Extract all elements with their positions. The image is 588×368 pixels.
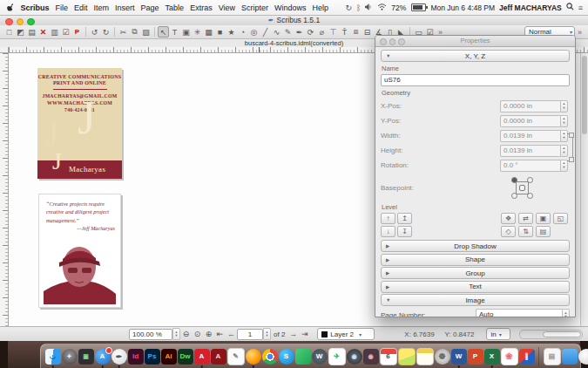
dock-firefox-icon[interactable] bbox=[246, 349, 261, 365]
rotate-item-icon[interactable]: ⟳ bbox=[305, 26, 316, 37]
horizontal-scrollbar-thumb[interactable] bbox=[543, 331, 581, 337]
insert-table-icon[interactable]: ▦ bbox=[203, 26, 214, 37]
window-controls[interactable] bbox=[5, 18, 35, 26]
rotation-field[interactable]: 0.0 ° bbox=[500, 160, 560, 172]
wifi-icon[interactable] bbox=[377, 3, 387, 12]
dock-excel-icon[interactable]: X bbox=[484, 349, 500, 365]
palette-title-bar[interactable]: Properties bbox=[375, 36, 575, 47]
section-image[interactable]: ▼ Image bbox=[381, 294, 570, 306]
zoom-100-icon[interactable]: ⊙ bbox=[192, 330, 203, 338]
menu-scribus[interactable]: Scribus bbox=[17, 3, 52, 12]
dock-skype-icon[interactable]: S bbox=[279, 349, 294, 365]
zoom-in-icon[interactable]: ⊕ bbox=[203, 330, 214, 338]
dock-app-store-icon[interactable]: A bbox=[95, 349, 111, 365]
height-field[interactable]: 0.0139 in bbox=[500, 145, 560, 157]
zoom-spinner[interactable] bbox=[172, 328, 180, 340]
insert-calligraphic-line-icon[interactable]: ✒ bbox=[294, 26, 305, 37]
menu-item[interactable]: Item bbox=[91, 3, 112, 12]
document-tab[interactable]: buscard-4-scribus.idml(converted) bbox=[245, 39, 343, 47]
raise-to-top-icon[interactable]: ↥ bbox=[397, 213, 412, 224]
dock-airmail-icon[interactable]: ✈ bbox=[328, 348, 346, 365]
dock-stickies-icon[interactable] bbox=[398, 348, 416, 365]
dock-system-preferences-icon[interactable]: ☸ bbox=[435, 349, 450, 365]
dock-finder-icon[interactable]: ◡ bbox=[45, 349, 61, 365]
undo-icon[interactable]: ↺ bbox=[89, 26, 100, 37]
close-window-button[interactable] bbox=[5, 18, 13, 26]
dock-illustrator-icon[interactable]: Ai bbox=[161, 349, 177, 365]
section-drop-shadow[interactable]: ▶ Drop Shadow bbox=[381, 240, 570, 252]
cut-icon[interactable]: ✂ bbox=[118, 26, 129, 37]
dock-scribus-icon[interactable]: ✒ bbox=[112, 349, 127, 365]
unit-select[interactable]: in bbox=[486, 328, 510, 340]
insert-render-frame-icon[interactable]: ✳ bbox=[192, 26, 203, 37]
section-group[interactable]: ▶ Group bbox=[381, 267, 570, 279]
volume-icon[interactable] bbox=[365, 3, 373, 12]
dock-green-app-icon[interactable] bbox=[295, 349, 311, 365]
dock-trash-icon[interactable] bbox=[578, 349, 588, 365]
lower-to-bottom-icon[interactable]: ↧ bbox=[397, 226, 412, 237]
ungroup-icon[interactable]: ◇ bbox=[501, 226, 516, 237]
palette-window-controls[interactable] bbox=[380, 38, 405, 45]
insert-text-frame-icon[interactable]: T bbox=[169, 26, 180, 37]
menu-file[interactable]: File bbox=[52, 3, 71, 12]
current-page-field[interactable]: 1 bbox=[237, 329, 263, 340]
menu-scripter[interactable]: Scripter bbox=[239, 3, 272, 12]
menu-windows[interactable]: Windows bbox=[272, 3, 310, 12]
menu-page[interactable]: Page bbox=[138, 3, 162, 12]
unlink-text-frames-icon[interactable]: ⊟ bbox=[362, 26, 373, 37]
name-field[interactable]: uS76 bbox=[381, 74, 570, 86]
width-field[interactable]: 0.0139 in bbox=[500, 130, 560, 142]
dock-remote-desktop-icon[interactable]: ▣ bbox=[78, 349, 94, 365]
zoom-window-button[interactable] bbox=[27, 18, 35, 26]
dock-word-icon[interactable]: W bbox=[451, 349, 467, 365]
group-icon[interactable]: ❖ bbox=[501, 213, 516, 224]
ypos-field[interactable]: 0.0000 in bbox=[500, 115, 560, 127]
user-menu[interactable]: Jeff MACHARYAS bbox=[499, 3, 562, 12]
edit-contents-icon[interactable]: ⊤ bbox=[328, 26, 339, 37]
menu-extras[interactable]: Extras bbox=[187, 3, 216, 12]
lock-size-icon[interactable]: ◱ bbox=[553, 213, 568, 224]
dock-documents-icon[interactable]: ▤ bbox=[544, 348, 561, 365]
link-width-height-icon[interactable] bbox=[567, 133, 573, 161]
menu-clock[interactable]: Mon Jun 6 4:48 PM bbox=[430, 3, 495, 12]
menu-edit[interactable]: Edit bbox=[71, 3, 91, 12]
insert-spiral-icon[interactable]: ◎ bbox=[248, 26, 260, 37]
save-as-pdf-icon[interactable]: P bbox=[71, 26, 83, 37]
insert-bezier-icon[interactable]: ∿ bbox=[271, 26, 282, 37]
dock-photo-booth-icon[interactable]: ◉ bbox=[347, 349, 362, 365]
menu-table[interactable]: Table bbox=[162, 3, 187, 12]
last-page-icon[interactable]: ⇥ bbox=[299, 330, 310, 338]
basepoint-widget[interactable] bbox=[511, 177, 533, 199]
vertical-scrollbar[interactable] bbox=[580, 53, 588, 326]
horizontal-scrollbar[interactable] bbox=[519, 330, 583, 339]
insert-arc-icon[interactable]: ◔ bbox=[237, 26, 248, 37]
next-page-icon[interactable]: → bbox=[287, 330, 299, 338]
menu-insert[interactable]: Insert bbox=[112, 3, 139, 12]
new-document-icon[interactable]: □ bbox=[3, 26, 15, 37]
apple-menu-icon[interactable] bbox=[5, 3, 17, 12]
previous-page-icon[interactable]: ← bbox=[226, 330, 237, 338]
redo-icon[interactable]: ↻ bbox=[100, 26, 112, 37]
page-number-field[interactable]: Auto bbox=[476, 309, 562, 317]
zoom-level-field[interactable]: 100.00 % bbox=[129, 329, 172, 340]
insert-polygon-icon[interactable]: ★ bbox=[226, 26, 237, 37]
paste-icon[interactable]: ▨ bbox=[140, 26, 152, 37]
lock-icon[interactable]: ▣ bbox=[536, 213, 551, 224]
insert-shape-icon[interactable]: ■ bbox=[214, 26, 226, 37]
first-page-icon[interactable]: ⇤ bbox=[214, 330, 226, 338]
insert-image-frame-icon[interactable]: ▣ bbox=[180, 26, 192, 37]
dock-notes-icon[interactable] bbox=[416, 348, 434, 365]
insert-line-icon[interactable]: ╱ bbox=[260, 26, 271, 37]
properties-palette[interactable]: Properties ▼ X, Y, Z Name uS76 Geometry … bbox=[375, 35, 576, 317]
xpos-spinner[interactable] bbox=[560, 100, 568, 112]
page-number-spinner[interactable] bbox=[562, 309, 570, 317]
lower-icon[interactable]: ↓ bbox=[381, 226, 395, 237]
dock-photos-icon[interactable]: ❀ bbox=[501, 348, 518, 365]
section-shape[interactable]: ▶ Shape bbox=[381, 254, 570, 266]
dock-textedit-icon[interactable]: ✎ bbox=[227, 348, 245, 365]
zoom-tool-icon[interactable]: ⌀ bbox=[316, 26, 328, 37]
dock-calendar-icon[interactable]: 6 bbox=[380, 348, 397, 365]
enable-printing-icon[interactable]: ▤ bbox=[536, 226, 551, 237]
vertical-ruler[interactable] bbox=[0, 53, 9, 326]
story-editor-icon[interactable]: Ť bbox=[339, 26, 350, 37]
